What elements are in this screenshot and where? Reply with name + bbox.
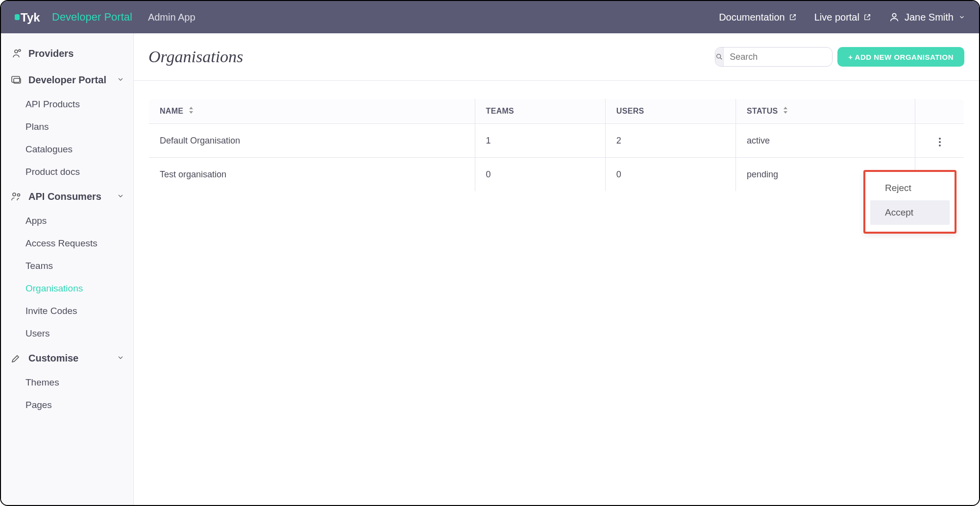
sidebar-sub-catalogues[interactable]: Catalogues [1,138,133,161]
providers-icon [10,47,23,60]
cell-actions [915,124,964,158]
col-header-actions [915,99,964,124]
consumers-icon [10,190,23,203]
table-header-row: NAME TEAMS USERS STATUS [149,99,964,124]
svg-point-2 [892,14,896,17]
documentation-link[interactable]: Documentation [719,12,797,23]
sidebar-sub-organisations[interactable]: Organisations [1,277,133,300]
sidebar-label: API Consumers [28,191,101,202]
cell-status: active [736,124,915,158]
col-header-status[interactable]: STATUS [736,99,915,124]
chevron-down-icon [117,74,124,86]
svg-point-8 [18,194,20,196]
external-link-icon [789,13,797,21]
col-header-name[interactable]: NAME [149,99,475,124]
live-portal-label: Live portal [814,12,859,23]
logo-area: Tyk Developer Portal Admin App [15,9,196,25]
customise-icon [10,352,23,364]
sidebar-sub-api-products[interactable]: API Products [1,93,133,116]
sidebar-label: Providers [28,48,74,59]
sort-icon [783,107,788,115]
sidebar-sub-pages[interactable]: Pages [1,394,133,416]
table-row[interactable]: Default Organisation 1 2 active [149,124,964,158]
col-header-users-label: USERS [616,107,644,115]
row-actions-menu: Reject Accept [863,170,956,234]
user-name: Jane Smith [905,12,954,23]
search-box[interactable] [715,47,833,67]
sidebar: Providers Developer Portal API Products … [1,33,134,505]
main-content: Organisations + ADD NEW ORGANISATION NAM… [134,33,979,505]
svg-point-9 [717,54,721,58]
search-input[interactable] [724,52,833,62]
table-row[interactable]: Test organisation 0 0 pending [149,158,964,192]
sidebar-sub-themes[interactable]: Themes [1,371,133,394]
svg-point-3 [15,50,18,53]
chevron-down-icon [117,353,124,364]
svg-text:Tyk: Tyk [21,11,40,24]
app-header: Tyk Developer Portal Admin App Documenta… [1,1,979,33]
cell-name: Default Organisation [149,124,475,158]
page-title: Organisations [148,48,243,66]
cell-users: 0 [605,158,735,192]
col-header-teams[interactable]: TEAMS [475,99,605,124]
row-actions-button[interactable] [936,135,944,149]
documentation-label: Documentation [719,12,785,23]
svg-point-4 [19,49,21,51]
brand-portal-label: Developer Portal [52,11,132,24]
col-header-teams-label: TEAMS [486,107,514,115]
menu-item-reject[interactable]: Reject [870,176,950,200]
add-organisation-button[interactable]: + ADD NEW ORGANISATION [837,47,964,67]
col-header-name-label: NAME [160,107,183,115]
sidebar-label: Customise [28,353,78,364]
sidebar-sub-users[interactable]: Users [1,322,133,345]
chevron-down-icon [958,14,965,21]
sidebar-sub-invite-codes[interactable]: Invite Codes [1,300,133,322]
admin-app-label: Admin App [148,12,196,23]
svg-rect-5 [12,76,20,82]
sidebar-item-api-consumers[interactable]: API Consumers [1,183,133,210]
svg-rect-0 [15,14,20,20]
chevron-down-icon [117,191,124,202]
cell-name: Test organisation [149,158,475,192]
page-header: Organisations + ADD NEW ORGANISATION [134,33,979,81]
user-icon [889,12,900,23]
search-icon [715,48,724,66]
menu-item-accept[interactable]: Accept [870,200,950,225]
user-menu[interactable]: Jane Smith [889,12,965,23]
organisations-table: NAME TEAMS USERS STATUS [148,98,964,192]
sidebar-label: Developer Portal [28,74,106,86]
cell-teams: 1 [475,124,605,158]
cell-users: 2 [605,124,735,158]
sidebar-item-developer-portal[interactable]: Developer Portal [1,67,133,93]
sidebar-sub-teams[interactable]: Teams [1,255,133,277]
sidebar-item-customise[interactable]: Customise [1,345,133,371]
sidebar-item-providers[interactable]: Providers [1,40,133,67]
tyk-logo-icon: Tyk [15,9,46,25]
sidebar-sub-plans[interactable]: Plans [1,116,133,138]
sort-icon [189,107,194,115]
sidebar-sub-product-docs[interactable]: Product docs [1,161,133,183]
sidebar-sub-access-requests[interactable]: Access Requests [1,232,133,255]
cell-teams: 0 [475,158,605,192]
svg-point-7 [13,193,16,196]
sidebar-sub-apps[interactable]: Apps [1,210,133,232]
col-header-users[interactable]: USERS [605,99,735,124]
external-link-icon [863,13,871,21]
live-portal-link[interactable]: Live portal [814,12,871,23]
col-header-status-label: STATUS [747,107,778,115]
portal-icon [10,73,23,86]
